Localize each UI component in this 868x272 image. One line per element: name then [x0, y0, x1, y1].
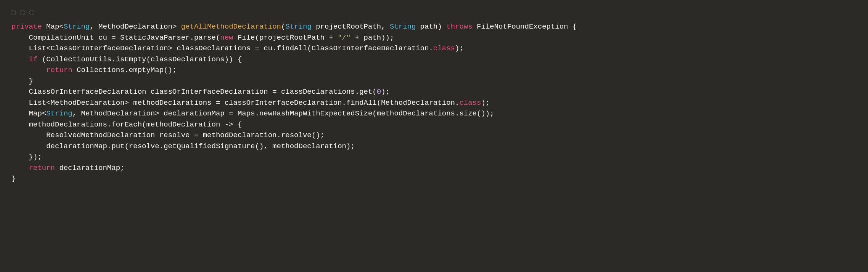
window-titlebar — [5, 5, 863, 18]
code-token: String — [46, 109, 72, 118]
code-token: String — [285, 22, 311, 31]
code-token: if — [29, 55, 38, 64]
code-token: + path)); — [350, 34, 394, 42]
code-token — [11, 55, 29, 64]
code-token: } — [11, 77, 33, 85]
code-token: path) — [416, 22, 446, 31]
code-token: ClassOrInterfaceDeclaration classOrInter… — [11, 88, 377, 96]
window-control-close[interactable] — [11, 10, 16, 15]
code-token: Map< — [42, 22, 64, 31]
code-block: private Map<String, MethodDeclaration> g… — [5, 18, 863, 194]
code-token: methodDeclarations.forEach(methodDeclara… — [11, 120, 242, 129]
code-token: ( — [281, 22, 285, 31]
code-token: ); — [481, 99, 490, 107]
code-token: ); — [455, 44, 464, 53]
code-token: ResolvedMethodDeclaration resolve = meth… — [11, 131, 325, 139]
code-token: projectRootPath, — [312, 22, 390, 31]
window-control-maximize[interactable] — [29, 10, 34, 15]
code-token: } — [11, 174, 16, 183]
code-token — [11, 164, 29, 172]
code-token: }); — [11, 153, 42, 161]
code-token: List<ClassOrInterfaceDeclaration> classD… — [11, 44, 433, 53]
code-token: ); — [381, 88, 390, 96]
code-token: return — [46, 66, 72, 74]
window-control-minimize[interactable] — [20, 10, 25, 15]
code-token: 0 — [377, 88, 381, 96]
code-token: Map< — [11, 109, 46, 118]
code-token: CompilationUnit cu = StaticJavaParser.pa… — [11, 34, 220, 42]
code-token: "/" — [338, 34, 350, 42]
code-token: return — [29, 164, 55, 172]
code-window: private Map<String, MethodDeclaration> g… — [5, 5, 863, 194]
code-token: getAllMethodDeclaration — [181, 22, 281, 31]
code-token: class — [433, 44, 455, 53]
code-token — [11, 66, 46, 74]
code-token: new — [220, 34, 233, 42]
code-token: private — [11, 22, 42, 31]
code-token: String — [64, 22, 90, 31]
code-token: List<MethodDeclaration> methodDeclaratio… — [11, 99, 459, 107]
code-token: File(projectRootPath + — [233, 34, 338, 42]
code-token: class — [459, 99, 481, 107]
code-token: , MethodDeclaration> — [90, 22, 181, 31]
code-token: String — [390, 22, 416, 31]
code-token: , MethodDeclaration> declarationMap = Ma… — [72, 109, 494, 118]
code-token: FileNotFoundException { — [473, 22, 577, 31]
code-token: Collections.emptyMap(); — [72, 66, 177, 74]
code-token: (CollectionUtils.isEmpty(classDeclaratio… — [37, 55, 242, 64]
code-token: declarationMap; — [55, 164, 124, 172]
code-token: throws — [446, 22, 472, 31]
code-token: declarationMap.put(resolve.getQualifiedS… — [11, 142, 355, 150]
